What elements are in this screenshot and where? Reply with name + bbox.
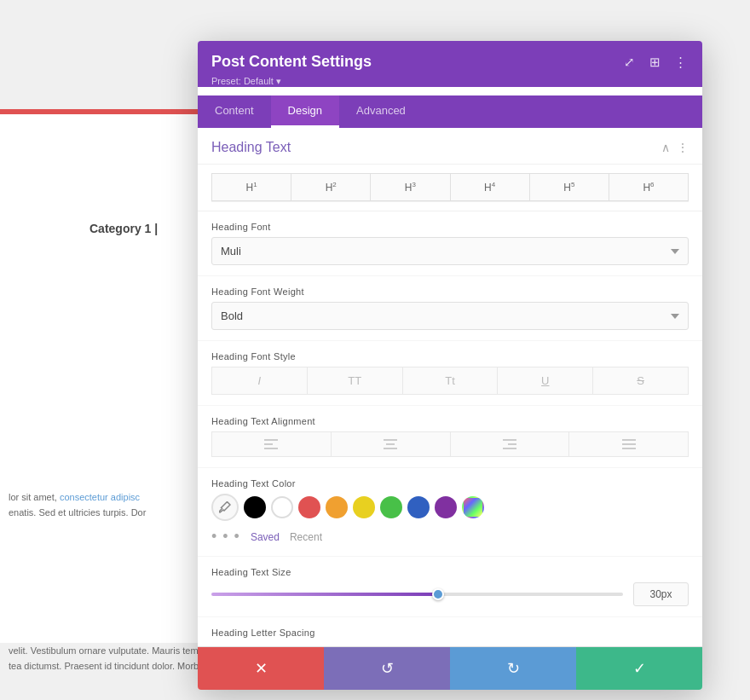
modal-header-icons: ⤢ ⊞ ⋮: [620, 54, 689, 71]
heading-font-label: Heading Font: [211, 222, 689, 232]
heading-text-alignment-label: Heading Text Alignment: [211, 416, 689, 426]
heading-text-size-label: Heading Text Size: [211, 567, 689, 577]
style-buttons-row: I TT Tt U S: [211, 367, 689, 395]
color-more-dots[interactable]: • • •: [211, 528, 240, 546]
alignment-buttons-row: [211, 431, 689, 457]
svg-rect-5: [384, 448, 397, 449]
color-swatch-red[interactable]: [298, 496, 320, 518]
cancel-button[interactable]: ✕: [198, 647, 324, 690]
svg-rect-2: [264, 448, 278, 449]
lorem-text: lor sit amet, consectetur adipisc enatis…: [0, 490, 200, 520]
strikethrough-button[interactable]: S: [592, 367, 689, 395]
modal-header-top: Post Content Settings ⤢ ⊞ ⋮: [211, 53, 689, 71]
heading-font-section: Heading Font Muli: [198, 211, 702, 276]
svg-rect-4: [386, 443, 395, 445]
heading-font-style-label: Heading Font Style: [211, 351, 689, 362]
svg-rect-0: [264, 439, 278, 441]
tab-content[interactable]: Content: [198, 95, 271, 128]
eyedropper-button[interactable]: [211, 494, 239, 521]
align-left-button[interactable]: [211, 431, 331, 457]
save-button[interactable]: ✓: [576, 647, 702, 690]
modal-title: Post Content Settings: [211, 53, 372, 71]
tab-advanced[interactable]: Advanced: [339, 95, 423, 128]
color-swatch-white[interactable]: [271, 496, 293, 518]
lorem-link: consectetur adipisc: [60, 492, 140, 502]
color-saved-label[interactable]: Saved: [251, 531, 280, 543]
lorem-text-line2: enatis. Sed et ultricies turpis. Dor: [9, 507, 146, 518]
heading-text-alignment-section: Heading Text Alignment: [198, 406, 702, 468]
h5-button[interactable]: H5: [529, 173, 609, 201]
align-justify-button[interactable]: [568, 431, 689, 457]
heading-text-color-section: Heading Text Color • • • Saved Recent: [198, 468, 702, 557]
align-center-button[interactable]: [331, 431, 450, 457]
color-swatches-row: [211, 494, 689, 521]
color-swatch-gradient[interactable]: [462, 496, 484, 518]
modal-bottom-bar: ✕ ↺ ↻ ✓: [198, 646, 702, 690]
size-slider-track[interactable]: [211, 593, 623, 596]
svg-rect-7: [508, 443, 516, 445]
h6-button[interactable]: H6: [609, 173, 689, 201]
h1-button[interactable]: H1: [211, 173, 291, 201]
color-row-bottom: • • • Saved Recent: [211, 528, 689, 546]
align-right-button[interactable]: [450, 431, 569, 457]
svg-rect-9: [622, 439, 636, 441]
heading-font-select[interactable]: Muli: [211, 237, 689, 265]
heading-letter-spacing-label: Heading Letter Spacing: [211, 628, 689, 638]
svg-rect-1: [264, 443, 273, 445]
section-heading-text: Heading Text ∧ ⋮: [198, 128, 702, 165]
undo-button[interactable]: ↺: [324, 647, 450, 690]
color-swatch-green[interactable]: [380, 496, 402, 518]
heading-buttons-row: H1 H2 H3 H4 H5 H6: [211, 173, 689, 202]
heading-text-color-label: Heading Text Color: [211, 478, 689, 489]
h4-button[interactable]: H4: [450, 173, 529, 201]
heading-level-selector: H1 H2 H3 H4 H5 H6: [198, 165, 702, 211]
modal-header: Post Content Settings ⤢ ⊞ ⋮ Preset: Defa…: [198, 41, 702, 87]
capitalize-button[interactable]: Tt: [402, 367, 498, 395]
lorem-text-line1: lor sit amet,: [9, 492, 57, 502]
h2-button[interactable]: H2: [291, 173, 370, 201]
slider-row: 30px: [211, 582, 689, 606]
heading-font-style-section: Heading Font Style I TT Tt U S: [198, 341, 702, 406]
tab-design[interactable]: Design: [271, 95, 339, 128]
columns-icon[interactable]: ⊞: [646, 54, 663, 71]
preset-label[interactable]: Preset: Default ▾: [211, 76, 689, 87]
color-swatch-black[interactable]: [244, 496, 266, 518]
more-options-icon[interactable]: ⋮: [672, 54, 689, 71]
size-slider-value[interactable]: 30px: [633, 582, 689, 606]
svg-rect-8: [503, 448, 516, 449]
redo-button[interactable]: ↻: [450, 647, 576, 690]
section-title: Heading Text: [211, 140, 291, 155]
svg-rect-11: [622, 448, 636, 449]
color-swatch-orange[interactable]: [326, 496, 348, 518]
color-swatch-purple[interactable]: [435, 496, 457, 518]
svg-rect-10: [622, 443, 636, 445]
category-text: Category 1 |: [89, 222, 158, 235]
uppercase-button[interactable]: TT: [307, 367, 402, 395]
svg-rect-3: [384, 439, 397, 441]
color-swatch-yellow[interactable]: [353, 496, 375, 518]
h3-button[interactable]: H3: [370, 173, 449, 201]
italic-button[interactable]: I: [211, 367, 307, 395]
modal-body: Heading Text ∧ ⋮ H1 H2 H3 H4 H5 H6 Headi…: [198, 128, 702, 646]
sidebar-white-area: [0, 114, 200, 643]
heading-font-weight-label: Heading Font Weight: [211, 286, 689, 297]
expand-icon[interactable]: ⤢: [620, 54, 638, 71]
svg-rect-6: [503, 439, 516, 441]
heading-letter-spacing-section: Heading Letter Spacing: [198, 617, 702, 646]
size-slider-thumb[interactable]: [432, 588, 444, 600]
underline-button[interactable]: U: [497, 367, 592, 395]
color-swatch-blue[interactable]: [407, 496, 430, 518]
heading-text-size-section: Heading Text Size 30px: [198, 557, 702, 617]
heading-font-weight-select[interactable]: Bold: [211, 302, 689, 330]
heading-font-weight-section: Heading Font Weight Bold: [198, 276, 702, 341]
section-more-icon[interactable]: ⋮: [677, 141, 689, 154]
collapse-icon[interactable]: ∧: [661, 141, 670, 154]
post-content-settings-modal: Post Content Settings ⤢ ⊞ ⋮ Preset: Defa…: [198, 41, 702, 690]
section-controls: ∧ ⋮: [661, 141, 689, 154]
modal-tabs: Content Design Advanced: [198, 95, 702, 128]
color-recent-label[interactable]: Recent: [290, 531, 322, 543]
